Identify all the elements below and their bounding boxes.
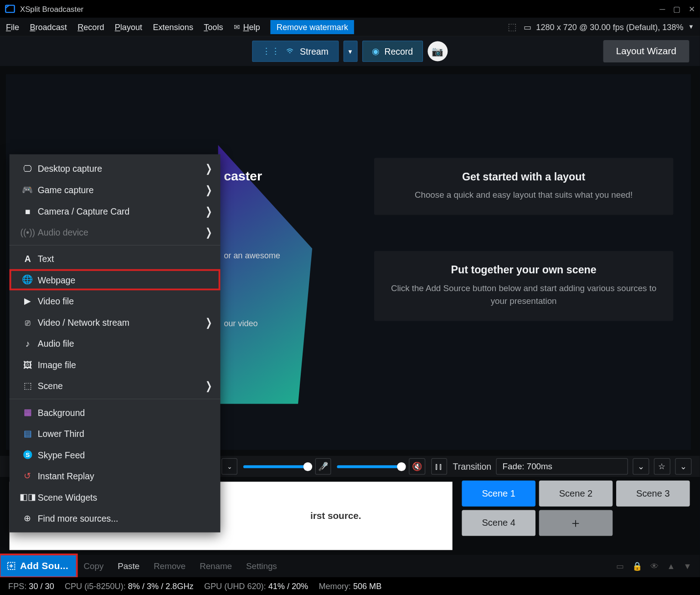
record-button[interactable]: ◉ Record — [362, 41, 423, 62]
lock-icon[interactable]: 🔒 — [632, 561, 642, 571]
menu-text[interactable]: AText — [10, 248, 221, 269]
mic-volume-slider[interactable] — [243, 465, 309, 468]
menu-instant-replay[interactable]: ↺Instant Replay — [10, 465, 221, 487]
menu-file[interactable]: File — [6, 22, 19, 31]
scenes-panel: Scene 1 Scene 2 Scene 3 Scene 4 ＋ — [462, 481, 691, 536]
camera-icon: 📷 — [432, 46, 443, 57]
mic-device-dropdown[interactable]: ⌄ — [221, 458, 237, 475]
scene-button-3[interactable]: Scene 3 — [616, 481, 690, 507]
layer-up-icon[interactable]: ▲ — [667, 561, 675, 571]
transition-select[interactable]: Fade: 700ms — [496, 458, 628, 475]
scene-button-2[interactable]: Scene 2 — [539, 481, 613, 507]
menu-separator — [10, 245, 221, 246]
menu-audio-file[interactable]: ♪Audio file — [10, 333, 221, 354]
record-icon: ◉ — [372, 46, 380, 56]
add-scene-button[interactable]: ＋ — [539, 510, 613, 536]
menu-record[interactable]: Record — [77, 22, 104, 31]
menu-camera[interactable]: ■Camera / Capture Card❯ — [10, 200, 221, 221]
mixer-settings-button[interactable]: ⫿⫿ — [431, 458, 447, 475]
menu-game-capture[interactable]: 🎮Game capture❯ — [10, 179, 221, 200]
card-body: Choose a quick and easy layout that suit… — [389, 189, 658, 202]
chevron-right-icon: ❯ — [206, 162, 212, 174]
chevron-down-icon: ⌄ — [227, 462, 232, 470]
cast-icon: ⎚ — [18, 317, 38, 327]
menu-extensions[interactable]: Extensions — [153, 22, 193, 31]
menu-webpage[interactable]: 🌐Webpage — [10, 269, 221, 291]
remove-watermark-button[interactable]: Remove watermark — [271, 20, 354, 34]
menu-find-more[interactable]: ⊕Find more sources... — [10, 508, 221, 529]
replay-icon: ↺ — [18, 471, 38, 481]
menu-scene-widgets[interactable]: ◧◨Scene Widgets — [10, 487, 221, 508]
paste-button[interactable]: Paste — [111, 561, 147, 571]
layout-wizard-button[interactable]: Layout Wizard — [603, 40, 689, 62]
transition-more[interactable]: ⌄ — [675, 458, 691, 475]
chevron-down-icon: ⌄ — [638, 462, 645, 471]
action-bar: ⋮⋮ Stream ▼ ◉ Record 📷 Layout Wizard — [0, 36, 700, 66]
tagline-fragment: or an awesome — [224, 251, 280, 261]
menu-bar: File Broadcast Record Playout Extensions… — [0, 18, 700, 36]
resolution-selector[interactable]: ▭ 1280 x 720 @ 30.00 fps (Default), 138%… — [524, 22, 694, 31]
fps-value: 30 / 30 — [29, 581, 54, 591]
mic-mute-button[interactable]: 🎤̸ — [315, 458, 331, 475]
svg-text:S: S — [26, 451, 30, 458]
music-file-icon: ♪ — [18, 339, 38, 349]
background-icon: ▦ — [18, 407, 38, 417]
menu-background[interactable]: ▦Background — [10, 402, 221, 423]
layer-down-icon[interactable]: ▼ — [684, 561, 692, 571]
speaker-mute-button[interactable]: 🔇 — [409, 458, 425, 475]
sliders-icon: ⫿⫿ — [435, 462, 443, 471]
folder-icon[interactable]: ▭ — [616, 561, 624, 571]
card-body: Click the Add Source button below and st… — [389, 282, 658, 308]
scene-card[interactable]: Put together your own scene Click the Ad… — [374, 251, 674, 321]
menu-broadcast[interactable]: Broadcast — [30, 22, 67, 31]
menu-desktop-capture[interactable]: 🖵Desktop capture❯ — [10, 158, 221, 179]
menu-skype[interactable]: SSkype Feed — [10, 444, 221, 466]
add-source-button[interactable]: Add Sou... — [0, 555, 77, 577]
menu-tools[interactable]: Tools — [204, 22, 223, 31]
add-source-icon — [6, 561, 16, 571]
transition-favorite[interactable]: ☆ — [654, 458, 670, 475]
menu-network-stream[interactable]: ⎚Video / Network stream❯ — [10, 312, 221, 333]
stream-button[interactable]: ⋮⋮ Stream — [252, 41, 338, 62]
maximize-button[interactable]: ▢ — [673, 5, 680, 13]
menu-help[interactable]: Help — [243, 22, 260, 31]
scene-button-1[interactable]: Scene 1 — [462, 481, 535, 507]
monitor-icon: ▭ — [524, 22, 531, 31]
speaker-muted-icon: 🔇 — [412, 462, 422, 471]
minimize-button[interactable]: ─ — [659, 5, 665, 13]
menu-video-file[interactable]: ▶Video file — [10, 290, 221, 312]
star-icon: ☆ — [658, 462, 666, 471]
slider-knob[interactable] — [397, 462, 406, 471]
chevron-down-icon: ⌄ — [680, 462, 687, 471]
chevron-right-icon: ❯ — [206, 205, 212, 217]
menu-lower-third[interactable]: ▤Lower Third — [10, 423, 221, 444]
skype-icon: S — [18, 449, 38, 460]
tagline-fragment-2: our video — [224, 318, 257, 328]
audio-icon: ((•)) — [18, 227, 38, 237]
text-icon: A — [18, 253, 38, 263]
scene-button-4[interactable]: Scene 4 — [462, 510, 535, 536]
share-icon[interactable]: ⬚ — [508, 21, 516, 33]
screenshot-button[interactable]: 📷 — [427, 41, 448, 61]
stream-dropdown[interactable]: ▼ — [343, 41, 357, 62]
speaker-volume-slider[interactable] — [337, 465, 403, 468]
card-title: Put together your own scene — [389, 264, 658, 276]
menu-image-file[interactable]: 🖼Image file — [10, 354, 221, 375]
menu-audio-device[interactable]: ((•))Audio device❯ — [10, 221, 221, 243]
layout-card[interactable]: Get started with a layout Choose a quick… — [374, 158, 674, 215]
slider-knob[interactable] — [304, 462, 312, 471]
transition-dropdown[interactable]: ⌄ — [633, 458, 649, 475]
monitor-icon: 🖵 — [18, 164, 38, 174]
image-icon: 🖼 — [18, 359, 38, 369]
chevron-right-icon: ❯ — [206, 316, 212, 328]
empty-source-hint: irst source. — [310, 511, 361, 521]
close-button[interactable]: ✕ — [689, 5, 695, 13]
copy-button: Copy — [77, 561, 111, 571]
menu-scene[interactable]: ⬚Scene❯ — [10, 375, 221, 396]
menu-playout[interactable]: Playout — [115, 22, 142, 31]
chevron-right-icon: ❯ — [206, 184, 212, 196]
visibility-icon[interactable]: 👁 — [650, 561, 659, 571]
mic-muted-icon: 🎤̸ — [318, 462, 328, 471]
play-file-icon: ▶ — [18, 296, 38, 306]
menu-separator — [10, 399, 221, 399]
